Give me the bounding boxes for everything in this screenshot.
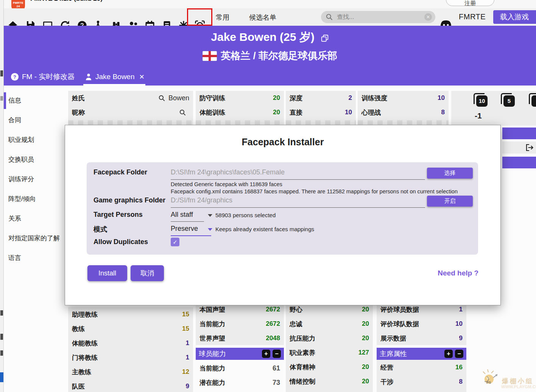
- stat-row[interactable]: 教练15: [68, 322, 193, 336]
- sidebar-item[interactable]: 合同: [4, 110, 66, 130]
- stat-row[interactable]: 心理战8: [358, 105, 449, 120]
- person-header: Jake Bowen (25 岁) 英格兰 / 菲尔德足球俱乐部: [4, 26, 536, 68]
- chevron-down-icon[interactable]: [208, 228, 212, 231]
- watermark-site: WWW.PLAYGM.CC: [501, 384, 536, 389]
- mode-helper: Keeps already existent faces mappings: [215, 226, 314, 232]
- personality-block: 野心20忠诚20抗压能力20职业素养127体育精神20情绪控制20争论倾向20: [286, 302, 373, 392]
- tab-bar: ? FM - 实时修改器 Jake Bowen ✕: [4, 68, 536, 86]
- tab-jake-bowen[interactable]: Jake Bowen ✕: [85, 68, 145, 86]
- menu-shortlist[interactable]: 候选名单: [249, 13, 276, 22]
- stat-row[interactable]: 忠诚20: [286, 317, 373, 331]
- stat-row[interactable]: 评价球队数据10: [377, 317, 466, 331]
- chairman-header: 主席属性 +−: [377, 348, 466, 360]
- copy-icon[interactable]: [321, 34, 329, 42]
- sidebar-item[interactable]: 对指定国家的了解: [4, 229, 66, 248]
- cancel-button[interactable]: 取消: [131, 265, 164, 281]
- england-flag-icon: [203, 51, 217, 61]
- window-title: FMRTE 24.1.0 (build 29): [30, 0, 103, 3]
- stat-row[interactable]: 体育精神20: [286, 360, 373, 374]
- sidebar-item[interactable]: 交换职员: [4, 150, 66, 170]
- facepack-helper-1: Detected Generic facepack with 118639 fa…: [171, 181, 282, 187]
- stat-row[interactable]: 抗压能力20: [286, 331, 373, 345]
- facepack-installer-dialog: Facepack Installer Facepack Folder D:\SI…: [65, 125, 501, 305]
- search-icon[interactable]: [179, 109, 186, 116]
- stat-row[interactable]: 经营16: [377, 360, 466, 375]
- stat-row[interactable]: 世界声望2048: [196, 331, 284, 345]
- stat-row[interactable]: 深度2: [286, 91, 356, 105]
- identity-row[interactable]: 昵称: [68, 105, 193, 120]
- export-row: [502, 142, 536, 154]
- stat-row[interactable]: 职业素养127: [286, 345, 373, 360]
- stat-row[interactable]: 队医9: [68, 379, 193, 392]
- badge-10: 10: [476, 95, 488, 107]
- facepack-folder-input[interactable]: D:\SI\fm 24\graphics\faces\05.Female: [171, 168, 285, 176]
- sidebar-item[interactable]: 训练评分: [4, 170, 66, 189]
- sidebar-item[interactable]: 关系: [4, 209, 66, 229]
- person-title: Jake Bowen (25 岁): [211, 31, 314, 43]
- clear-search-icon[interactable]: ✕: [424, 13, 432, 21]
- stat-row[interactable]: 主教练12: [68, 365, 193, 379]
- person-icon: [85, 73, 92, 81]
- load-game-button[interactable]: 载入游戏: [493, 10, 536, 24]
- open-folder-button[interactable]: 开启: [427, 196, 473, 207]
- svg-text:PS: PS: [486, 381, 491, 384]
- player-ability-rows: 当前能力61潜在能力73: [196, 361, 284, 392]
- covered-header-bar: [502, 157, 536, 168]
- minus-icon[interactable]: −: [455, 350, 463, 358]
- badge-note: -1: [475, 111, 482, 120]
- game-graphics-folder-input[interactable]: D:/SI/fm 24/graphics: [171, 196, 232, 204]
- menu-common[interactable]: 常用: [216, 13, 229, 22]
- stat-row[interactable]: 潜在能力73: [196, 375, 284, 390]
- stat-row[interactable]: 门将教练1: [68, 350, 193, 365]
- sidebar: 信息合同职业规划交换职员训练评分阵型/倾向关系对指定国家的了解语言: [4, 91, 66, 268]
- chairman-rows: 经营16干涉8: [377, 360, 466, 392]
- sidebar-item[interactable]: 阵型/倾向: [4, 189, 66, 209]
- facepack-helper-2: Facepack config.xml contains 168837 face…: [171, 188, 458, 194]
- stat-row[interactable]: 当前能力61: [196, 361, 284, 375]
- need-help-link[interactable]: Need help ?: [438, 269, 478, 277]
- sidebar-item[interactable]: 信息: [4, 91, 66, 110]
- search-box[interactable]: ✕: [321, 11, 435, 23]
- facepack-folder-label: Facepack Folder: [93, 168, 147, 176]
- mode-select[interactable]: Preserve: [171, 225, 198, 233]
- stat-row[interactable]: 体能教练1: [68, 336, 193, 350]
- background-window-sliver: [0, 0, 4, 392]
- target-persons-select[interactable]: All staff: [171, 211, 193, 219]
- tab-home[interactable]: ? FM - 实时修改器: [11, 68, 75, 86]
- active-tab-underline: [83, 84, 145, 86]
- register-button[interactable]: 注册: [446, 0, 494, 6]
- minus-icon[interactable]: −: [273, 350, 281, 358]
- stat-row[interactable]: 训练强度10: [358, 91, 449, 105]
- export-icon[interactable]: [525, 143, 534, 152]
- chevron-down-icon[interactable]: [208, 214, 212, 217]
- badge-partial: [531, 95, 536, 107]
- covered-header-bar: [502, 128, 536, 139]
- sidebar-item[interactable]: 职业规划: [4, 130, 66, 150]
- close-tab-icon[interactable]: ✕: [139, 73, 145, 81]
- install-button[interactable]: Install: [87, 265, 127, 281]
- stat-row[interactable]: 展示数据9: [377, 331, 466, 345]
- choose-folder-button[interactable]: 选择: [427, 168, 473, 179]
- stat-row[interactable]: 防守训练20: [196, 91, 284, 105]
- stat-row[interactable]: 助理教练15: [68, 307, 193, 322]
- allow-duplicates-checkbox[interactable]: ✓: [171, 238, 179, 246]
- stat-row[interactable]: 直接10: [286, 105, 356, 120]
- stat-row[interactable]: 争论倾向20: [286, 389, 373, 392]
- plus-icon[interactable]: +: [444, 350, 453, 358]
- titlebar: FMRTE24 FMRTE 24.1.0 (build 29) 注册: [4, 0, 536, 8]
- sidebar-item[interactable]: 语言: [4, 248, 66, 268]
- dialog-form-panel: Facepack Folder D:\SI\fm 24\graphics\fac…: [87, 162, 478, 255]
- watermark: PS 爆棚小组 WWW.PLAYGM.CC: [481, 368, 536, 392]
- identity-row[interactable]: 姓氏 Bowen: [68, 91, 193, 105]
- help-circle-icon: ?: [11, 73, 19, 81]
- stat-row[interactable]: 体能训练20: [196, 105, 284, 120]
- plus-icon[interactable]: +: [262, 350, 270, 358]
- stat-row[interactable]: 干涉8: [377, 375, 466, 389]
- nation-club: 英格兰 / 菲尔德足球俱乐部: [221, 50, 337, 61]
- search-input[interactable]: [337, 12, 416, 22]
- data-analysis-block: 评价球员数据1评价球队数据10展示数据9: [377, 302, 466, 345]
- search-icon[interactable]: [158, 95, 165, 102]
- stat-row[interactable]: 当前能力2672: [196, 317, 284, 331]
- facepack-icon-highlight: [187, 8, 212, 26]
- stat-row[interactable]: 情绪控制20: [286, 374, 373, 389]
